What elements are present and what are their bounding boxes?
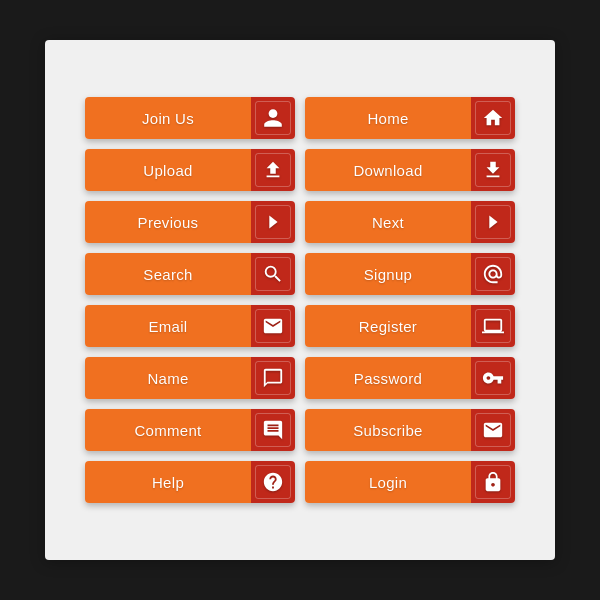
download-icon [471,149,515,191]
signup-label: Signup [305,253,471,295]
email-label: Email [85,305,251,347]
upload-label: Upload [85,149,251,191]
download-label: Download [305,149,471,191]
help-button[interactable]: Help [85,461,295,503]
laptop-icon [471,305,515,347]
join-us-label: Join Us [85,97,251,139]
join-us-button[interactable]: Join Us [85,97,295,139]
chevron-right-icon [251,201,295,243]
register-button[interactable]: Register [305,305,515,347]
upload-button[interactable]: Upload [85,149,295,191]
chat-icon [251,357,295,399]
subscribe-button[interactable]: Subscribe [305,409,515,451]
help-label: Help [85,461,251,503]
comment-button[interactable]: Comment [85,409,295,451]
email-button[interactable]: Email [85,305,295,347]
comment-label: Comment [85,409,251,451]
at-icon [471,253,515,295]
subscribe-icon [471,409,515,451]
register-label: Register [305,305,471,347]
lock-icon [471,461,515,503]
home-label: Home [305,97,471,139]
password-button[interactable]: Password [305,357,515,399]
card: Join UsHomeUploadDownloadPreviousNextSea… [45,40,555,560]
search-label: Search [85,253,251,295]
name-label: Name [85,357,251,399]
person-icon [251,97,295,139]
signup-button[interactable]: Signup [305,253,515,295]
login-button[interactable]: Login [305,461,515,503]
login-label: Login [305,461,471,503]
next-label: Next [305,201,471,243]
subscribe-label: Subscribe [305,409,471,451]
download-button[interactable]: Download [305,149,515,191]
next-button[interactable]: Next [305,201,515,243]
name-button[interactable]: Name [85,357,295,399]
button-grid: Join UsHomeUploadDownloadPreviousNextSea… [65,77,535,523]
previous-button[interactable]: Previous [85,201,295,243]
upload-icon [251,149,295,191]
password-label: Password [305,357,471,399]
key-icon [471,357,515,399]
search-button[interactable]: Search [85,253,295,295]
home-button[interactable]: Home [305,97,515,139]
email-icon [251,305,295,347]
previous-label: Previous [85,201,251,243]
comment-icon [251,409,295,451]
home-icon [471,97,515,139]
help-icon [251,461,295,503]
chevron-right-icon [471,201,515,243]
search-icon [251,253,295,295]
